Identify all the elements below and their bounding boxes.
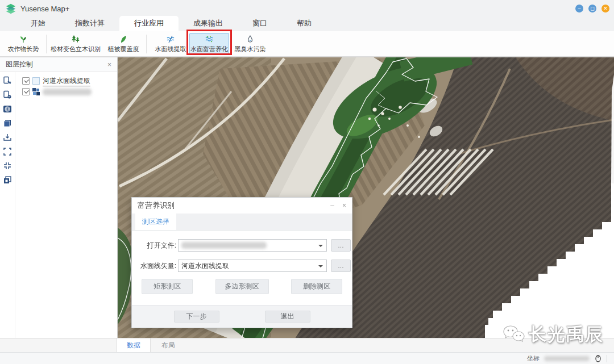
raster-layer-icon: [32, 88, 40, 95]
layer-tools-strip: [0, 72, 15, 338]
status-divider: [607, 355, 607, 362]
ribbon-button-label: 农作物长势: [8, 45, 39, 53]
ribbon-tab-bar: 开始 指数计算 行业应用 成果输出 窗口 帮助: [0, 17, 614, 31]
layer-tree: 河道水面线提取: [15, 72, 117, 338]
layers-icon[interactable]: [3, 119, 12, 128]
app-title: Yusense Map+: [20, 5, 69, 13]
tab-industry-apps[interactable]: 行业应用: [119, 16, 179, 31]
open-file-browse-button[interactable]: …: [331, 239, 351, 252]
waterline-extract-icon: [166, 35, 175, 44]
waterline-vector-label: 水面线矢量:: [132, 261, 176, 271]
close-button[interactable]: ✕: [601, 5, 609, 12]
vegetation-cover-icon: [119, 35, 128, 44]
zoom-center-icon[interactable]: [3, 161, 12, 170]
exit-button[interactable]: 退出: [265, 311, 310, 323]
eutrophication-icon: [205, 35, 214, 44]
layer-name: 河道水面线提取: [43, 76, 90, 86]
pine-tree-icon: [71, 35, 80, 44]
layer-control-panel: 图层控制 × 河道水面线提取: [0, 57, 118, 338]
layer-checkbox[interactable]: [22, 88, 30, 95]
ribbon-button-label: 水面线提取: [155, 45, 186, 53]
pine-discoloration-button[interactable]: 松材变色立木识别: [48, 33, 103, 55]
ribbon-button-label: 植被覆盖度: [108, 45, 139, 53]
dialog-body: 打开文件: … 水面线矢量: 河道水面线提取 … 矩形测区 多边形测区 删除测区: [132, 231, 352, 305]
layer-panel-close-icon[interactable]: ×: [107, 61, 111, 69]
layer-panel-title: 图层控制: [6, 60, 33, 69]
black-odor-water-button[interactable]: 黑臭水污染: [231, 33, 269, 55]
layer-row-raster[interactable]: [18, 86, 115, 97]
tab-layout-view[interactable]: 布局: [151, 338, 185, 353]
dialog-minimize-icon[interactable]: –: [330, 202, 334, 210]
minimize-button[interactable]: –: [575, 5, 583, 12]
tab-index-calc[interactable]: 指数计算: [60, 16, 119, 31]
layer-row-waterline[interactable]: 河道水面线提取: [18, 76, 115, 86]
crop-growth-icon: [19, 35, 28, 44]
application-window: Yusense Map+ – ◻ ✕ 开始 指数计算 行业应用 成果输出 窗口 …: [0, 0, 614, 364]
ribbon-divider: [46, 35, 47, 53]
status-bar: 坐标: [0, 352, 614, 364]
tab-survey-area-select[interactable]: 测区选择: [135, 214, 176, 230]
redacted-file-value: [181, 242, 267, 249]
tab-start[interactable]: 开始: [16, 16, 60, 31]
vegetation-cover-button[interactable]: 植被覆盖度: [104, 33, 143, 55]
delete-area-button[interactable]: 删除测区: [291, 279, 342, 294]
dialog-footer: 下一步 退出: [132, 305, 352, 328]
title-bar: Yusense Map+ – ◻ ✕: [0, 0, 614, 17]
dialog-tab-bar: 测区选择: [132, 214, 352, 231]
black-odor-water-icon: [246, 35, 255, 44]
waterline-extract-button[interactable]: 水面线提取: [150, 33, 191, 55]
mouse-icon: [594, 354, 602, 362]
next-step-button[interactable]: 下一步: [174, 311, 219, 323]
eutrophication-dialog: 富营养识别 – × 测区选择 打开文件: … 水面线矢量: 河道水面线提取: [131, 197, 352, 328]
dialog-close-icon[interactable]: ×: [342, 202, 346, 210]
app-logo-icon: [5, 2, 17, 15]
eutrophication-button[interactable]: 水面富营养化: [189, 33, 229, 55]
ribbon-button-label: 黑臭水污染: [235, 45, 266, 53]
remove-layer-icon[interactable]: [3, 90, 12, 99]
waterline-vector-value: 河道水面线提取: [181, 261, 229, 271]
open-file-combobox[interactable]: [178, 239, 327, 252]
layer-checkbox[interactable]: [22, 77, 30, 85]
waterline-vector-browse-button[interactable]: …: [331, 260, 351, 272]
rectangle-area-button[interactable]: 矩形测区: [142, 279, 193, 294]
dialog-title: 富营养识别: [138, 200, 175, 211]
vector-layer-swatch: [32, 77, 40, 85]
new-layer-icon[interactable]: [3, 76, 12, 85]
ribbon-divider: [146, 35, 147, 53]
redacted-layer-name: [43, 89, 92, 95]
ribbon-button-label: 松材变色立木识别: [51, 45, 101, 53]
tab-output[interactable]: 成果输出: [179, 16, 238, 31]
crop-growth-button[interactable]: 农作物长势: [2, 33, 44, 55]
dialog-title-bar: 富营养识别 – ×: [132, 198, 352, 214]
layer-panel-header: 图层控制 ×: [0, 57, 117, 72]
ribbon-toolbar: 农作物长势 松材变色立木识别 植被覆盖度 水面线提取: [0, 31, 614, 57]
export-icon[interactable]: [3, 133, 12, 142]
basemap-icon[interactable]: [3, 104, 12, 114]
view-tab-bar: 数据 布局: [0, 338, 614, 352]
tab-window[interactable]: 窗口: [238, 16, 282, 31]
ribbon-button-label: 水面富营养化: [190, 45, 228, 53]
polygon-area-button[interactable]: 多边形测区: [215, 279, 269, 294]
redacted-coordinate-value: [544, 356, 590, 361]
full-extent-icon[interactable]: [3, 147, 12, 156]
tab-help[interactable]: 帮助: [282, 16, 326, 31]
waterline-vector-combobox[interactable]: 河道水面线提取: [178, 260, 327, 272]
tab-data-view[interactable]: 数据: [117, 338, 151, 353]
coordinate-label: 坐标: [527, 354, 540, 363]
copy-view-icon[interactable]: [3, 175, 12, 185]
maximize-button[interactable]: ◻: [588, 5, 596, 12]
open-file-label: 打开文件:: [132, 241, 176, 250]
